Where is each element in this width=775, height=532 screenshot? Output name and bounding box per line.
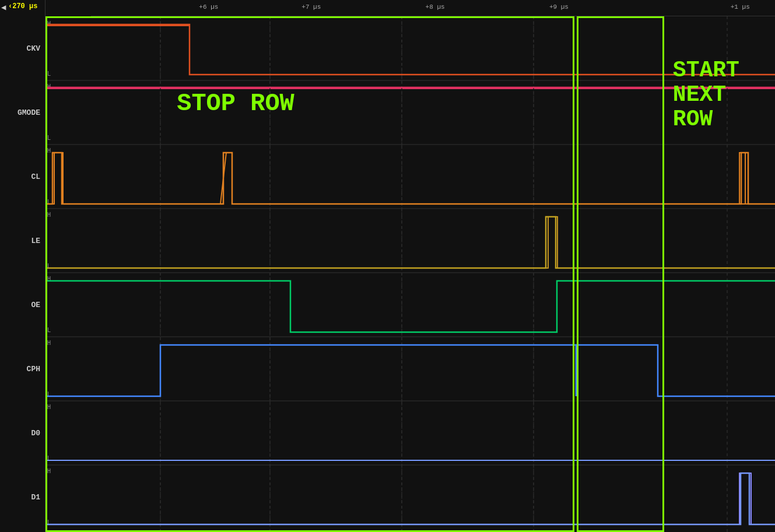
signal-label-ckv: CKV bbox=[0, 16, 45, 80]
signal-label-le: LE bbox=[0, 209, 45, 273]
waveform-svg: H L H L H L H L H L H L H L H L bbox=[45, 0, 775, 532]
signal-label-d1: D1 bbox=[0, 465, 45, 529]
svg-text:H: H bbox=[47, 147, 51, 154]
time-nav-label: ‹270 µs bbox=[8, 2, 37, 10]
svg-rect-0 bbox=[45, 0, 775, 532]
svg-text:L: L bbox=[47, 135, 51, 141]
signal-label-oe: OE bbox=[0, 273, 45, 337]
time-marker-7us: +7 µs bbox=[301, 3, 321, 10]
time-marker-9us: +9 µs bbox=[549, 3, 569, 10]
waveform-area: +6 µs +7 µs +8 µs +9 µs +1 µs STOP ROW S… bbox=[45, 0, 775, 532]
signal-label-cph: CPH bbox=[0, 337, 45, 401]
time-header: +6 µs +7 µs +8 µs +9 µs +1 µs bbox=[91, 0, 775, 16]
svg-text:H: H bbox=[47, 340, 51, 346]
svg-text:H: H bbox=[47, 212, 51, 218]
time-marker-8us: +8 µs bbox=[426, 3, 445, 10]
signal-label-cl: CL bbox=[0, 145, 45, 209]
back-nav[interactable]: ◀ bbox=[1, 2, 6, 12]
labels-column: CKV GMODE CL LE OE CPH D0 D1 bbox=[0, 0, 45, 532]
time-marker-6us: +6 µs bbox=[199, 3, 218, 10]
signal-label-gmode: GMODE bbox=[0, 80, 45, 145]
svg-text:H: H bbox=[47, 468, 51, 474]
signal-label-d0: D0 bbox=[0, 401, 45, 465]
svg-text:H: H bbox=[47, 404, 51, 410]
svg-text:L: L bbox=[47, 71, 51, 77]
svg-text:L: L bbox=[47, 327, 51, 333]
time-marker-1us: +1 µs bbox=[731, 3, 750, 10]
main-container: ◀ ‹270 µs CKV GMODE CL LE OE CPH D0 D1 +… bbox=[0, 0, 775, 532]
